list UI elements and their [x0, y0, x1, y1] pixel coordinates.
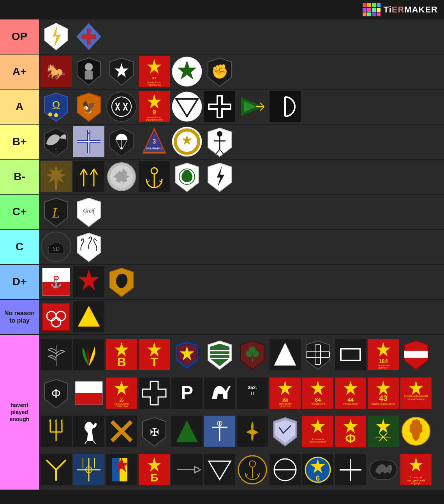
svg-point-126 — [249, 346, 256, 353]
svg-text:КАВАЛЕРИЙСКАЯ: КАВАЛЕРИЙСКАЯ — [146, 119, 163, 121]
badge-havent-26 — [73, 416, 104, 447]
svg-point-24 — [107, 92, 136, 121]
badge-dplus-1: ⚓ P — [41, 266, 72, 297]
tier-items-bplus: 3 SPEARHEAD — [39, 125, 444, 159]
badge-a-5 — [171, 91, 203, 122]
svg-text:SPEARHEAD: SPEARHEAD — [146, 147, 162, 150]
svg-text:Ф: Ф — [51, 386, 61, 400]
badge-havent-8 — [270, 339, 301, 370]
header: TiERMAKER — [0, 0, 444, 19]
badge-aplus-5 — [171, 56, 203, 87]
badge-bplus-3 — [106, 126, 137, 157]
svg-text:ГВАРДЕЙСКАЯ: ГВАРДЕЙСКАЯ — [147, 81, 161, 84]
tier-row-a: A Ω 🦅 — [0, 90, 444, 125]
tier-label-bminus: B- — [0, 160, 39, 194]
badge-havent-3: В — [106, 339, 137, 370]
logo-cell — [367, 12, 371, 16]
badge-havent-12 — [400, 339, 432, 370]
badge-aplus-6: ✊ — [204, 56, 235, 87]
badge-noreason-2 — [73, 301, 104, 332]
svg-text:✊: ✊ — [211, 63, 229, 80]
svg-text:СТРЕЛКОВАЯ: СТРЕЛКОВАЯ — [115, 405, 128, 407]
tier-label-a: A — [0, 90, 39, 124]
badge-havent-32 — [270, 416, 301, 447]
badge-havent-30 — [204, 416, 235, 447]
badge-havent-23: 43 ВОЗДУШНО-ДЕСАНТНАЯ — [368, 378, 399, 409]
badge-havent-28: ✠ — [139, 416, 170, 447]
svg-text:1 стрелковая: 1 стрелковая — [312, 438, 324, 440]
tiermaker-logo: TiERMAKER — [363, 3, 438, 16]
svg-rect-6 — [85, 71, 93, 79]
badge-op-2 — [73, 21, 104, 52]
tier-items-c: SD — [39, 230, 444, 264]
badge-bminus-6 — [204, 161, 235, 192]
tier-items-a: Ω 🦅 9 ГВАРДЕЙСКА — [39, 90, 444, 124]
badge-havent-36 — [400, 416, 432, 447]
badge-havent-48: 1 легкий гвардейский корпус — [400, 454, 432, 485]
badge-havent-40: Б — [139, 454, 170, 485]
badge-havent-21: 84 ГВАРДЕЙСКАЯ — [302, 378, 333, 409]
svg-point-21 — [54, 113, 58, 117]
svg-text:6: 6 — [316, 474, 320, 482]
badge-bminus-2 — [73, 161, 104, 192]
tier-row-cplus: C+ L Greif — [0, 195, 444, 230]
svg-rect-148 — [75, 393, 102, 405]
svg-text:корпус: корпус — [411, 481, 421, 485]
badge-havent-7 — [237, 339, 268, 370]
svg-text:ГВАРДЕЙСКАЯ: ГВАРДЕЙСКАЯ — [311, 403, 325, 405]
svg-text:44: 44 — [347, 397, 354, 403]
tier-row-op: OP — [0, 19, 444, 54]
svg-rect-68 — [55, 186, 57, 190]
svg-text:ДИВИЗИЯ: ДИВИЗИЯ — [280, 405, 290, 407]
badge-havent-38 — [73, 454, 104, 485]
tier-label-op: OP — [0, 19, 39, 54]
badge-havent-25 — [41, 416, 72, 447]
badge-bplus-5 — [171, 126, 203, 157]
svg-text:В: В — [117, 355, 126, 369]
badge-aplus-4: 97 ГВАРДЕЙСКАЯ СТРЕЛКОВАЯ — [139, 56, 170, 87]
svg-text:Б: Б — [150, 472, 158, 484]
logo-cell — [372, 8, 376, 12]
badge-aplus-1: 🐎 — [41, 56, 72, 87]
badge-havent-27 — [106, 416, 137, 447]
tier-label-aplus: A+ — [0, 54, 39, 89]
svg-text:97: 97 — [152, 76, 156, 80]
tier-label-havent: havent played enough — [0, 335, 39, 490]
logo-cell — [367, 3, 371, 7]
badge-havent-19: 352. П — [237, 378, 268, 409]
tier-label-dplus: D+ — [0, 265, 39, 299]
logo-cell — [363, 12, 366, 16]
badge-havent-14 — [73, 378, 104, 409]
tier-row-havent: havent played enough В — [0, 335, 444, 490]
badge-havent-1 — [41, 339, 72, 370]
badge-havent-9 — [302, 339, 333, 370]
svg-text:9: 9 — [153, 109, 156, 116]
svg-text:84: 84 — [315, 397, 321, 403]
badge-havent-45: 6 — [302, 454, 333, 485]
svg-text:L: L — [52, 205, 60, 221]
svg-text:26: 26 — [119, 398, 124, 402]
badge-a-4: 9 ГВАРДЕЙСКАЯ КАВАЛЕРИЙСКАЯ — [139, 91, 170, 122]
badge-havent-5 — [171, 339, 203, 370]
badge-havent-22: 44 ГВАРДЕЙСКАЯ — [335, 378, 366, 409]
svg-point-20 — [48, 112, 52, 116]
svg-text:Ω: Ω — [52, 99, 60, 111]
svg-text:Эстонская дивизия: Эстонская дивизия — [309, 441, 327, 443]
badge-aplus-2 — [73, 56, 104, 87]
tier-label-cplus: C+ — [0, 195, 39, 229]
svg-text:П: П — [251, 392, 254, 396]
logo-cell — [363, 3, 366, 7]
badge-cplus-2: Greif — [73, 196, 104, 227]
badge-havent-37 — [41, 454, 72, 485]
tier-items-cplus: L Greif — [39, 195, 444, 229]
badge-havent-20: 358 СТРЕЛКОВАЯ ДИВИЗИЯ — [270, 378, 301, 409]
svg-rect-147 — [75, 381, 102, 393]
badge-bminus-5 — [171, 161, 203, 192]
tier-row-noreason: No reason to play — [0, 300, 444, 335]
badge-dplus-2 — [73, 266, 104, 297]
badge-a-7 — [237, 91, 268, 122]
badge-havent-10 — [335, 339, 366, 370]
badge-havent-2 — [73, 339, 104, 370]
svg-rect-144 — [404, 351, 428, 358]
badge-bplus-4: 3 SPEARHEAD — [139, 126, 170, 157]
